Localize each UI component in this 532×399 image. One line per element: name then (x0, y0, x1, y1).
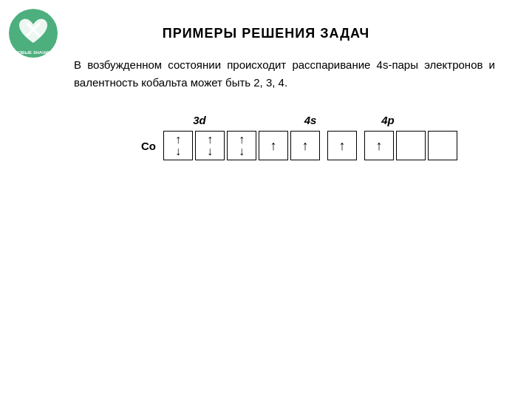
orbital-labels-row: 3d 4s 4p (74, 114, 502, 126)
3d-box-4: ↑ (259, 131, 288, 160)
3d-orbital-group: ↑↓ ↑↓ ↑↓ ↑ ↑ (163, 131, 320, 160)
4s-box-1: ↑ (327, 131, 357, 160)
4p-box-2 (396, 131, 426, 160)
3d-box-2: ↑↓ (195, 131, 225, 160)
4p-orbital-group: ↑ (364, 131, 457, 160)
description-text: В возбужденном состоянии происходит расс… (74, 56, 495, 92)
label-4p: 4p (340, 114, 436, 126)
3d-box-3: ↑↓ (227, 131, 256, 160)
3d-box-1: ↑↓ (163, 131, 193, 160)
label-3d: 3d (118, 114, 281, 126)
label-4s: 4s (288, 114, 332, 126)
4p-box-3 (428, 131, 457, 160)
3d-box-5: ↑ (290, 131, 320, 160)
orbital-boxes-row: Co ↑↓ ↑↓ ↑↓ ↑ ↑ (119, 131, 457, 160)
element-label: Co (119, 140, 163, 152)
4s-orbital-group: ↑ (327, 131, 357, 160)
4p-box-1: ↑ (364, 131, 394, 160)
orbital-diagram: 3d 4s 4p Co ↑↓ ↑↓ ↑↓ ↑ (74, 114, 502, 160)
page-title: ПРИМЕРЫ РЕШЕНИЯ ЗАДАЧ (30, 15, 502, 56)
